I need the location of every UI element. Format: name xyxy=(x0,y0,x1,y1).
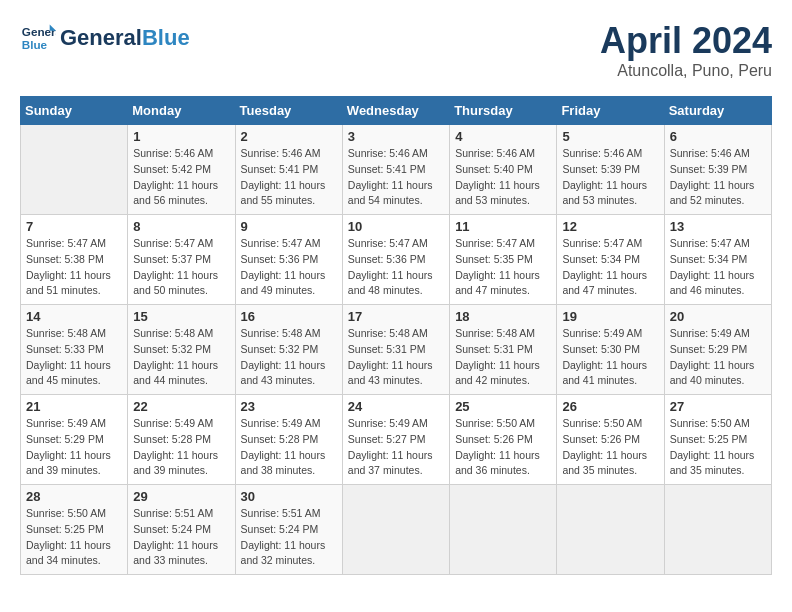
day-number: 15 xyxy=(133,309,229,324)
day-number: 10 xyxy=(348,219,444,234)
calendar-week-1: 1Sunrise: 5:46 AM Sunset: 5:42 PM Daylig… xyxy=(21,125,772,215)
title-block: April 2024 Atuncolla, Puno, Peru xyxy=(600,20,772,80)
day-info: Sunrise: 5:46 AM Sunset: 5:39 PM Dayligh… xyxy=(562,146,658,209)
day-number: 29 xyxy=(133,489,229,504)
calendar-cell: 2Sunrise: 5:46 AM Sunset: 5:41 PM Daylig… xyxy=(235,125,342,215)
calendar-cell: 7Sunrise: 5:47 AM Sunset: 5:38 PM Daylig… xyxy=(21,215,128,305)
calendar-cell: 30Sunrise: 5:51 AM Sunset: 5:24 PM Dayli… xyxy=(235,485,342,575)
calendar-table: SundayMondayTuesdayWednesdayThursdayFrid… xyxy=(20,96,772,575)
day-info: Sunrise: 5:47 AM Sunset: 5:37 PM Dayligh… xyxy=(133,236,229,299)
logo-icon: General Blue xyxy=(20,20,56,56)
day-number: 28 xyxy=(26,489,122,504)
day-info: Sunrise: 5:48 AM Sunset: 5:33 PM Dayligh… xyxy=(26,326,122,389)
day-number: 20 xyxy=(670,309,766,324)
calendar-cell: 29Sunrise: 5:51 AM Sunset: 5:24 PM Dayli… xyxy=(128,485,235,575)
day-number: 13 xyxy=(670,219,766,234)
day-info: Sunrise: 5:47 AM Sunset: 5:34 PM Dayligh… xyxy=(670,236,766,299)
calendar-cell: 16Sunrise: 5:48 AM Sunset: 5:32 PM Dayli… xyxy=(235,305,342,395)
day-info: Sunrise: 5:49 AM Sunset: 5:29 PM Dayligh… xyxy=(670,326,766,389)
calendar-cell: 4Sunrise: 5:46 AM Sunset: 5:40 PM Daylig… xyxy=(450,125,557,215)
weekday-header-saturday: Saturday xyxy=(664,97,771,125)
day-number: 22 xyxy=(133,399,229,414)
calendar-cell: 28Sunrise: 5:50 AM Sunset: 5:25 PM Dayli… xyxy=(21,485,128,575)
day-info: Sunrise: 5:46 AM Sunset: 5:41 PM Dayligh… xyxy=(241,146,337,209)
day-info: Sunrise: 5:50 AM Sunset: 5:26 PM Dayligh… xyxy=(562,416,658,479)
day-info: Sunrise: 5:51 AM Sunset: 5:24 PM Dayligh… xyxy=(133,506,229,569)
logo-text: GeneralBlue xyxy=(60,26,190,50)
day-number: 27 xyxy=(670,399,766,414)
day-number: 26 xyxy=(562,399,658,414)
day-number: 12 xyxy=(562,219,658,234)
day-number: 19 xyxy=(562,309,658,324)
calendar-subtitle: Atuncolla, Puno, Peru xyxy=(600,62,772,80)
weekday-header-wednesday: Wednesday xyxy=(342,97,449,125)
day-info: Sunrise: 5:50 AM Sunset: 5:25 PM Dayligh… xyxy=(670,416,766,479)
calendar-cell: 17Sunrise: 5:48 AM Sunset: 5:31 PM Dayli… xyxy=(342,305,449,395)
calendar-cell xyxy=(342,485,449,575)
day-number: 4 xyxy=(455,129,551,144)
day-number: 3 xyxy=(348,129,444,144)
day-number: 24 xyxy=(348,399,444,414)
day-number: 11 xyxy=(455,219,551,234)
calendar-week-2: 7Sunrise: 5:47 AM Sunset: 5:38 PM Daylig… xyxy=(21,215,772,305)
calendar-week-4: 21Sunrise: 5:49 AM Sunset: 5:29 PM Dayli… xyxy=(21,395,772,485)
calendar-cell: 11Sunrise: 5:47 AM Sunset: 5:35 PM Dayli… xyxy=(450,215,557,305)
calendar-cell: 15Sunrise: 5:48 AM Sunset: 5:32 PM Dayli… xyxy=(128,305,235,395)
calendar-cell: 26Sunrise: 5:50 AM Sunset: 5:26 PM Dayli… xyxy=(557,395,664,485)
day-info: Sunrise: 5:48 AM Sunset: 5:31 PM Dayligh… xyxy=(348,326,444,389)
calendar-week-3: 14Sunrise: 5:48 AM Sunset: 5:33 PM Dayli… xyxy=(21,305,772,395)
svg-text:Blue: Blue xyxy=(22,38,48,51)
calendar-cell: 21Sunrise: 5:49 AM Sunset: 5:29 PM Dayli… xyxy=(21,395,128,485)
day-number: 5 xyxy=(562,129,658,144)
header: General Blue GeneralBlue April 2024 Atun… xyxy=(20,20,772,80)
calendar-cell: 18Sunrise: 5:48 AM Sunset: 5:31 PM Dayli… xyxy=(450,305,557,395)
calendar-cell: 25Sunrise: 5:50 AM Sunset: 5:26 PM Dayli… xyxy=(450,395,557,485)
calendar-cell xyxy=(450,485,557,575)
day-info: Sunrise: 5:47 AM Sunset: 5:36 PM Dayligh… xyxy=(241,236,337,299)
day-info: Sunrise: 5:49 AM Sunset: 5:29 PM Dayligh… xyxy=(26,416,122,479)
calendar-cell: 23Sunrise: 5:49 AM Sunset: 5:28 PM Dayli… xyxy=(235,395,342,485)
day-info: Sunrise: 5:50 AM Sunset: 5:26 PM Dayligh… xyxy=(455,416,551,479)
weekday-header-sunday: Sunday xyxy=(21,97,128,125)
day-number: 6 xyxy=(670,129,766,144)
day-number: 18 xyxy=(455,309,551,324)
day-number: 2 xyxy=(241,129,337,144)
calendar-week-5: 28Sunrise: 5:50 AM Sunset: 5:25 PM Dayli… xyxy=(21,485,772,575)
calendar-cell xyxy=(557,485,664,575)
calendar-cell: 19Sunrise: 5:49 AM Sunset: 5:30 PM Dayli… xyxy=(557,305,664,395)
logo: General Blue GeneralBlue xyxy=(20,20,190,56)
calendar-cell: 27Sunrise: 5:50 AM Sunset: 5:25 PM Dayli… xyxy=(664,395,771,485)
day-number: 14 xyxy=(26,309,122,324)
calendar-cell: 13Sunrise: 5:47 AM Sunset: 5:34 PM Dayli… xyxy=(664,215,771,305)
calendar-cell: 6Sunrise: 5:46 AM Sunset: 5:39 PM Daylig… xyxy=(664,125,771,215)
day-info: Sunrise: 5:47 AM Sunset: 5:36 PM Dayligh… xyxy=(348,236,444,299)
day-info: Sunrise: 5:46 AM Sunset: 5:41 PM Dayligh… xyxy=(348,146,444,209)
day-info: Sunrise: 5:50 AM Sunset: 5:25 PM Dayligh… xyxy=(26,506,122,569)
calendar-cell: 1Sunrise: 5:46 AM Sunset: 5:42 PM Daylig… xyxy=(128,125,235,215)
weekday-header-tuesday: Tuesday xyxy=(235,97,342,125)
day-info: Sunrise: 5:46 AM Sunset: 5:42 PM Dayligh… xyxy=(133,146,229,209)
day-number: 21 xyxy=(26,399,122,414)
weekday-header-thursday: Thursday xyxy=(450,97,557,125)
day-info: Sunrise: 5:49 AM Sunset: 5:30 PM Dayligh… xyxy=(562,326,658,389)
day-number: 8 xyxy=(133,219,229,234)
day-number: 9 xyxy=(241,219,337,234)
calendar-cell: 5Sunrise: 5:46 AM Sunset: 5:39 PM Daylig… xyxy=(557,125,664,215)
day-number: 23 xyxy=(241,399,337,414)
day-info: Sunrise: 5:51 AM Sunset: 5:24 PM Dayligh… xyxy=(241,506,337,569)
calendar-cell: 3Sunrise: 5:46 AM Sunset: 5:41 PM Daylig… xyxy=(342,125,449,215)
calendar-cell: 10Sunrise: 5:47 AM Sunset: 5:36 PM Dayli… xyxy=(342,215,449,305)
day-info: Sunrise: 5:49 AM Sunset: 5:28 PM Dayligh… xyxy=(241,416,337,479)
calendar-cell: 14Sunrise: 5:48 AM Sunset: 5:33 PM Dayli… xyxy=(21,305,128,395)
weekday-header-friday: Friday xyxy=(557,97,664,125)
day-number: 25 xyxy=(455,399,551,414)
day-info: Sunrise: 5:48 AM Sunset: 5:32 PM Dayligh… xyxy=(133,326,229,389)
day-number: 16 xyxy=(241,309,337,324)
calendar-title: April 2024 xyxy=(600,20,772,62)
day-info: Sunrise: 5:47 AM Sunset: 5:38 PM Dayligh… xyxy=(26,236,122,299)
calendar-cell: 12Sunrise: 5:47 AM Sunset: 5:34 PM Dayli… xyxy=(557,215,664,305)
day-info: Sunrise: 5:47 AM Sunset: 5:34 PM Dayligh… xyxy=(562,236,658,299)
day-info: Sunrise: 5:47 AM Sunset: 5:35 PM Dayligh… xyxy=(455,236,551,299)
calendar-cell: 8Sunrise: 5:47 AM Sunset: 5:37 PM Daylig… xyxy=(128,215,235,305)
day-info: Sunrise: 5:46 AM Sunset: 5:40 PM Dayligh… xyxy=(455,146,551,209)
